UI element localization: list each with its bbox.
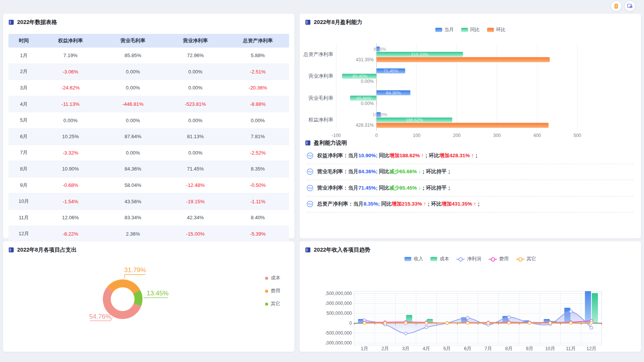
svg-text:营业净利率: 营业净利率: [308, 73, 333, 79]
svg-text:0.00%: 0.00%: [361, 79, 374, 84]
expense-panel: 2022年8月各项目占支出 54.76%31.79%13.45% 成本费用其它: [3, 241, 294, 352]
table-row: 6月10.25%87.64%81.13%7.81%: [8, 128, 289, 145]
table-column-header: 权益净利率: [39, 34, 102, 48]
panel-title-icon: [305, 19, 310, 25]
svg-text:500,000,000: 500,000,000: [326, 311, 352, 316]
svg-text:0: 0: [349, 321, 352, 326]
svg-text:权益净利率: 权益净利率: [308, 117, 333, 123]
legend-label: 费用: [499, 256, 509, 262]
svg-text:500: 500: [574, 133, 581, 138]
svg-text:71.45%: 71.45%: [384, 69, 398, 73]
legend-label: 当月: [444, 27, 454, 33]
clipboard-button[interactable]: [611, 1, 621, 11]
table-row: 5月0.00%0.00%0.00%0.00%: [8, 112, 289, 129]
screen-button[interactable]: [625, 1, 635, 11]
data-table-panel: 2022年数据表格 时间权益净利率营业毛利率营业净利率总资产净利率 1月7.19…: [3, 14, 294, 238]
profit-notes: 权益净利率：当月10.90%; 同比增加188.62% ↑；环比增加428.31…: [307, 148, 633, 212]
svg-text:-500,000,000: -500,000,000: [325, 330, 352, 336]
svg-text:,000,000,000: ,000,000,000: [325, 301, 352, 306]
profit-bar-chart: -1000100200300400500总资产净利率8.35%215.33%43…: [300, 35, 641, 145]
svg-text:428.31%: 428.31%: [356, 123, 374, 128]
panel-title-icon: [305, 247, 310, 253]
screen-icon: [627, 3, 633, 9]
profit-note-row: 营业净利率：当月71.45%; 同比减少85.45% ↓；环比持平；: [307, 180, 633, 196]
svg-text:31.79%: 31.79%: [124, 266, 146, 274]
svg-text:8.35%: 8.35%: [374, 47, 386, 51]
svg-text:215.33%: 215.33%: [411, 52, 428, 57]
panel-title-text: 2022年8月盈利能力: [314, 19, 362, 26]
svg-text:7月: 7月: [484, 346, 492, 351]
svg-text:2月: 2月: [382, 346, 389, 351]
trend-panel: 2022年收入各项目趋势 收入成本净利润费用其它 ,500,000,000,00…: [300, 241, 641, 352]
svg-text:54.76%: 54.76%: [89, 313, 111, 320]
legend-label: 成本: [439, 256, 449, 262]
table-header-row: 时间权益净利率营业毛利率营业净利率总资产净利率: [8, 34, 289, 48]
table-row: 3月-24.62%0.00%0.00%-20.36%: [8, 80, 289, 96]
panel-title-icon: [305, 140, 310, 146]
svg-text:-65.66%: -65.66%: [355, 96, 371, 100]
legend-label: 环比: [496, 27, 506, 33]
svg-text:13.45%: 13.45%: [147, 290, 169, 297]
table-row: 9月-0.68%58.04%-12.48%-0.50%: [8, 177, 289, 193]
table-row: 8月10.90%84.36%71.45%8.35%: [8, 161, 289, 177]
legend-label: 同比: [470, 27, 480, 33]
svg-text:6月: 6月: [464, 346, 471, 351]
svg-text:3月: 3月: [402, 346, 409, 351]
line-chart-icon: [307, 201, 313, 207]
table-row: 7月-3.32%0.00%0.00%-2.52%: [8, 145, 289, 161]
svg-text:,500,000,000: ,500,000,000: [325, 291, 352, 296]
svg-text:营业毛利率: 营业毛利率: [308, 95, 333, 101]
table-row: 10月-1.54%43.56%-19.15%-1.11%: [8, 193, 289, 210]
panel-title-text: 2022年数据表格: [17, 19, 57, 26]
legend-item-成本[interactable]: 成本: [265, 275, 280, 281]
profit-chart-legend: 当月同比环比: [300, 27, 641, 33]
legend-item-成本[interactable]: 成本: [430, 256, 449, 262]
legend-label: 收入: [414, 256, 423, 262]
table-column-header: 总资产净利率: [227, 34, 289, 48]
table-row: 11月12.06%83.34%42.34%8.40%: [8, 209, 289, 226]
legend-item-同比[interactable]: 同比: [461, 27, 480, 33]
note-panel-title: 盈利能力说明: [305, 139, 347, 147]
svg-text:8月: 8月: [505, 346, 513, 351]
svg-text:0: 0: [375, 133, 378, 138]
svg-text:10月: 10月: [545, 346, 555, 351]
panel-title: 2022年8月盈利能力: [305, 19, 362, 26]
table-row: 4月-11.13%-446.81%-523.81%-8.88%: [8, 96, 289, 112]
svg-text:200: 200: [453, 133, 460, 138]
panel-title-icon: [9, 19, 14, 25]
svg-text:10.90%: 10.90%: [372, 112, 387, 117]
svg-text:188.62%: 188.62%: [406, 118, 423, 122]
svg-text:84.36%: 84.36%: [386, 91, 401, 95]
line-chart-icon: [307, 168, 313, 175]
profit-panel: 2022年8月盈利能力 当月同比环比 -1000100200300400500总…: [300, 14, 641, 238]
legend-item-收入[interactable]: 收入: [404, 256, 423, 262]
table-row: 2月-3.06%0.00%0.00%-2.51%: [8, 64, 289, 80]
profit-note-row: 营业毛利率：当月84.36%; 同比减少65.66% ↓；环比持平；: [307, 164, 633, 180]
legend-item-净利润[interactable]: 净利润: [456, 256, 481, 262]
svg-text:-100: -100: [332, 133, 341, 138]
svg-text:9月: 9月: [526, 346, 533, 351]
legend-item-其它[interactable]: 其它: [265, 301, 280, 307]
note-title-text: 盈利能力说明: [314, 139, 347, 147]
expense-donut-chart: 54.76%31.79%13.45%: [3, 241, 294, 352]
line-chart-icon: [307, 185, 313, 191]
svg-text:12月: 12月: [586, 346, 596, 351]
svg-text:400: 400: [533, 133, 541, 138]
svg-text:11月: 11月: [566, 346, 575, 351]
svg-text:4月: 4月: [423, 346, 430, 351]
line-chart-icon: [307, 152, 313, 159]
legend-item-费用[interactable]: 费用: [265, 288, 280, 294]
panel-title: 2022年收入各项目趋势: [305, 246, 370, 254]
legend-item-当月[interactable]: 当月: [435, 27, 454, 33]
panel-title-text: 2022年收入各项目趋势: [314, 246, 370, 254]
svg-text:431.35%: 431.35%: [356, 57, 374, 62]
legend-item-其它[interactable]: 其它: [516, 256, 536, 262]
profit-note-row: 权益净利率：当月10.90%; 同比增加188.62% ↑；环比增加428.31…: [307, 148, 633, 164]
table-row: 12月-8.22%2.36%-15.00%-5.39%: [8, 226, 289, 242]
svg-text:0.00%: 0.00%: [361, 101, 374, 106]
clipboard-icon: [613, 3, 619, 9]
legend-item-环比[interactable]: 环比: [487, 27, 506, 33]
svg-text:-85.45%: -85.45%: [351, 74, 368, 78]
legend-item-费用[interactable]: 费用: [489, 256, 509, 262]
table-column-header: 营业毛利率: [102, 34, 164, 48]
